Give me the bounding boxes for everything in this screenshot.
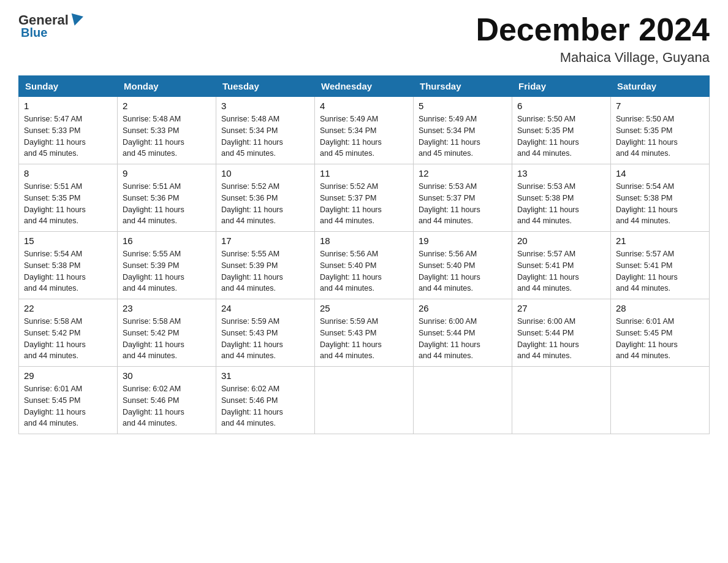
calendar-week-3: 15 Sunrise: 5:54 AMSunset: 5:38 PMDaylig… (19, 232, 710, 299)
calendar-cell: 1 Sunrise: 5:47 AMSunset: 5:33 PMDayligh… (19, 97, 118, 164)
calendar-header: Sunday Monday Tuesday Wednesday Thursday… (19, 76, 710, 97)
day-number: 13 (517, 168, 605, 178)
calendar-table: Sunday Monday Tuesday Wednesday Thursday… (18, 75, 710, 434)
calendar-cell: 18 Sunrise: 5:56 AMSunset: 5:40 PMDaylig… (315, 232, 414, 299)
day-number: 30 (123, 370, 211, 381)
day-number: 29 (24, 370, 112, 381)
calendar-cell: 12 Sunrise: 5:53 AMSunset: 5:37 PMDaylig… (414, 164, 512, 232)
day-number: 4 (320, 101, 408, 111)
calendar-cell: 27 Sunrise: 6:00 AMSunset: 5:44 PMDaylig… (512, 299, 611, 367)
calendar-cell: 23 Sunrise: 5:58 AMSunset: 5:42 PMDaylig… (118, 299, 216, 367)
day-number: 8 (24, 168, 112, 178)
day-number: 9 (123, 168, 211, 178)
day-info: Sunrise: 6:01 AMSunset: 5:45 PMDaylight:… (616, 317, 678, 360)
day-number: 19 (419, 236, 507, 246)
day-number: 17 (221, 236, 309, 246)
day-number: 11 (320, 168, 408, 178)
day-info: Sunrise: 5:55 AMSunset: 5:39 PMDaylight:… (221, 250, 283, 293)
day-number: 23 (123, 303, 211, 313)
calendar-cell: 9 Sunrise: 5:51 AMSunset: 5:36 PMDayligh… (118, 164, 216, 232)
day-number: 26 (419, 303, 507, 313)
day-info: Sunrise: 5:58 AMSunset: 5:42 PMDaylight:… (123, 317, 184, 360)
day-info: Sunrise: 5:53 AMSunset: 5:37 PMDaylight:… (419, 182, 480, 225)
header-tuesday: Tuesday (216, 76, 315, 97)
day-number: 27 (517, 303, 605, 313)
logo: General Blue (18, 12, 83, 40)
day-number: 20 (517, 236, 605, 246)
day-info: Sunrise: 5:48 AMSunset: 5:34 PMDaylight:… (221, 115, 283, 158)
header-friday: Friday (512, 76, 611, 97)
location-text: Mahaica Village, Guyana (476, 50, 710, 66)
day-number: 1 (24, 101, 112, 111)
day-info: Sunrise: 5:52 AMSunset: 5:36 PMDaylight:… (221, 182, 283, 225)
calendar-cell: 21 Sunrise: 5:57 AMSunset: 5:41 PMDaylig… (611, 232, 710, 299)
calendar-week-2: 8 Sunrise: 5:51 AMSunset: 5:35 PMDayligh… (19, 164, 710, 232)
calendar-cell: 13 Sunrise: 5:53 AMSunset: 5:38 PMDaylig… (512, 164, 611, 232)
calendar-cell: 29 Sunrise: 6:01 AMSunset: 5:45 PMDaylig… (19, 367, 118, 434)
day-info: Sunrise: 6:00 AMSunset: 5:44 PMDaylight:… (517, 317, 579, 360)
day-info: Sunrise: 5:56 AMSunset: 5:40 PMDaylight:… (320, 250, 382, 293)
day-info: Sunrise: 5:55 AMSunset: 5:39 PMDaylight:… (123, 250, 184, 293)
header-saturday: Saturday (611, 76, 710, 97)
day-info: Sunrise: 5:49 AMSunset: 5:34 PMDaylight:… (419, 115, 480, 158)
calendar-cell: 20 Sunrise: 5:57 AMSunset: 5:41 PMDaylig… (512, 232, 611, 299)
calendar-cell (611, 367, 710, 434)
calendar-cell: 25 Sunrise: 5:59 AMSunset: 5:43 PMDaylig… (315, 299, 414, 367)
day-number: 10 (221, 168, 309, 178)
day-number: 2 (123, 101, 211, 111)
calendar-week-1: 1 Sunrise: 5:47 AMSunset: 5:33 PMDayligh… (19, 97, 710, 164)
day-info: Sunrise: 5:54 AMSunset: 5:38 PMDaylight:… (616, 182, 678, 225)
day-number: 24 (221, 303, 309, 313)
day-info: Sunrise: 5:59 AMSunset: 5:43 PMDaylight:… (221, 317, 283, 360)
day-info: Sunrise: 5:58 AMSunset: 5:42 PMDaylight:… (24, 317, 86, 360)
day-number: 6 (517, 101, 605, 111)
day-number: 7 (616, 101, 704, 111)
calendar-cell: 14 Sunrise: 5:54 AMSunset: 5:38 PMDaylig… (611, 164, 710, 232)
day-number: 15 (24, 236, 112, 246)
day-info: Sunrise: 6:01 AMSunset: 5:45 PMDaylight:… (24, 385, 86, 427)
day-info: Sunrise: 5:48 AMSunset: 5:33 PMDaylight:… (123, 115, 184, 158)
header-thursday: Thursday (414, 76, 512, 97)
calendar-cell: 22 Sunrise: 5:58 AMSunset: 5:42 PMDaylig… (19, 299, 118, 367)
calendar-cell: 28 Sunrise: 6:01 AMSunset: 5:45 PMDaylig… (611, 299, 710, 367)
title-block: December 2024 Mahaica Village, Guyana (476, 12, 710, 66)
calendar-cell: 16 Sunrise: 5:55 AMSunset: 5:39 PMDaylig… (118, 232, 216, 299)
calendar-cell: 7 Sunrise: 5:50 AMSunset: 5:35 PMDayligh… (611, 97, 710, 164)
day-number: 28 (616, 303, 704, 313)
calendar-cell: 17 Sunrise: 5:55 AMSunset: 5:39 PMDaylig… (216, 232, 315, 299)
day-info: Sunrise: 6:00 AMSunset: 5:44 PMDaylight:… (419, 317, 480, 360)
day-info: Sunrise: 5:54 AMSunset: 5:38 PMDaylight:… (24, 250, 86, 293)
calendar-cell: 11 Sunrise: 5:52 AMSunset: 5:37 PMDaylig… (315, 164, 414, 232)
calendar-cell: 19 Sunrise: 5:56 AMSunset: 5:40 PMDaylig… (414, 232, 512, 299)
header-monday: Monday (118, 76, 216, 97)
header-row: Sunday Monday Tuesday Wednesday Thursday… (19, 76, 710, 97)
logo-blue-text: Blue (21, 26, 47, 40)
day-info: Sunrise: 5:50 AMSunset: 5:35 PMDaylight:… (616, 115, 678, 158)
header-wednesday: Wednesday (315, 76, 414, 97)
day-number: 31 (221, 370, 309, 381)
day-info: Sunrise: 5:53 AMSunset: 5:38 PMDaylight:… (517, 182, 579, 225)
day-number: 12 (419, 168, 507, 178)
calendar-cell: 2 Sunrise: 5:48 AMSunset: 5:33 PMDayligh… (118, 97, 216, 164)
calendar-cell (315, 367, 414, 434)
calendar-cell: 3 Sunrise: 5:48 AMSunset: 5:34 PMDayligh… (216, 97, 315, 164)
logo-triangle-icon (69, 13, 83, 28)
day-number: 3 (221, 101, 309, 111)
calendar-cell: 15 Sunrise: 5:54 AMSunset: 5:38 PMDaylig… (19, 232, 118, 299)
calendar-cell: 10 Sunrise: 5:52 AMSunset: 5:36 PMDaylig… (216, 164, 315, 232)
day-info: Sunrise: 5:49 AMSunset: 5:34 PMDaylight:… (320, 115, 382, 158)
day-number: 5 (419, 101, 507, 111)
day-info: Sunrise: 6:02 AMSunset: 5:46 PMDaylight:… (221, 385, 283, 427)
header-sunday: Sunday (19, 76, 118, 97)
calendar-week-5: 29 Sunrise: 6:01 AMSunset: 5:45 PMDaylig… (19, 367, 710, 434)
day-info: Sunrise: 5:51 AMSunset: 5:36 PMDaylight:… (123, 182, 184, 225)
day-info: Sunrise: 5:52 AMSunset: 5:37 PMDaylight:… (320, 182, 382, 225)
month-title: December 2024 (476, 12, 710, 47)
day-info: Sunrise: 5:57 AMSunset: 5:41 PMDaylight:… (517, 250, 579, 293)
day-info: Sunrise: 5:50 AMSunset: 5:35 PMDaylight:… (517, 115, 579, 158)
calendar-cell: 6 Sunrise: 5:50 AMSunset: 5:35 PMDayligh… (512, 97, 611, 164)
calendar-cell: 30 Sunrise: 6:02 AMSunset: 5:46 PMDaylig… (118, 367, 216, 434)
day-info: Sunrise: 5:47 AMSunset: 5:33 PMDaylight:… (24, 115, 86, 158)
day-number: 22 (24, 303, 112, 313)
calendar-cell: 26 Sunrise: 6:00 AMSunset: 5:44 PMDaylig… (414, 299, 512, 367)
